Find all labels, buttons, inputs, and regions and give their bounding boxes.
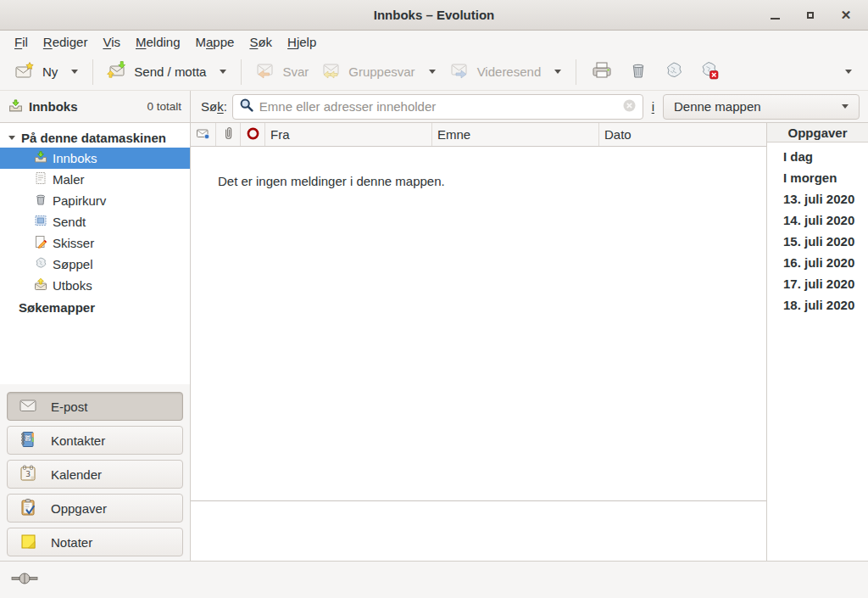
svg-text:@: @ bbox=[25, 434, 31, 441]
search-folders-label: Søkemapper bbox=[19, 300, 95, 315]
new-message-dropdown[interactable] bbox=[64, 65, 86, 78]
trash-icon bbox=[34, 193, 47, 209]
sidebar-item-maler[interactable]: Maler bbox=[0, 169, 190, 190]
search-label: Søk: bbox=[201, 99, 227, 114]
junk-icon bbox=[664, 60, 684, 83]
menu-hjelp[interactable]: Hjelp bbox=[280, 32, 324, 52]
close-button[interactable]: ✕ bbox=[839, 8, 853, 22]
outbox-icon bbox=[34, 277, 47, 293]
attachment-column-header[interactable] bbox=[216, 123, 241, 146]
menu-vis[interactable]: Vis bbox=[95, 32, 128, 52]
minimize-button[interactable] bbox=[768, 8, 782, 22]
forward-dropdown[interactable] bbox=[547, 65, 569, 78]
mail-icon bbox=[19, 396, 37, 417]
message-list-body[interactable]: Det er ingen meldinger i denne mappen. bbox=[191, 147, 766, 500]
search-row: Innboks 0 totalt Søk: i Denne mappen bbox=[0, 91, 868, 123]
not-junk-button[interactable] bbox=[692, 55, 727, 88]
sidebar-item-label: Søppel bbox=[53, 257, 93, 271]
switcher-contacts-button[interactable]: @ Kontakter bbox=[7, 426, 183, 455]
new-message-button[interactable]: Ny bbox=[8, 56, 64, 87]
switcher-tasks-button[interactable]: Oppgaver bbox=[7, 494, 183, 523]
send-receive-button[interactable]: Send / motta bbox=[100, 56, 212, 87]
reply-button[interactable]: Svar bbox=[248, 56, 314, 87]
clear-icon[interactable] bbox=[622, 98, 637, 115]
toolbar-separator bbox=[576, 59, 576, 85]
empty-folder-text: Det er ingen meldinger i denne mappen. bbox=[218, 174, 445, 188]
preview-pane[interactable] bbox=[191, 500, 766, 561]
sidebar-item-utboks[interactable]: Utboks bbox=[0, 275, 190, 296]
contacts-icon: @ bbox=[19, 430, 37, 451]
svg-text:3: 3 bbox=[25, 470, 31, 478]
search-icon bbox=[239, 98, 254, 115]
window-title: Innboks – Evolution bbox=[374, 8, 495, 22]
read-status-icon bbox=[196, 126, 210, 143]
calendar-icon: 3 bbox=[19, 464, 37, 485]
window-controls: ✕ bbox=[768, 8, 868, 22]
task-group-date[interactable]: 17. juli 2020 bbox=[767, 273, 868, 294]
task-group-today[interactable]: I dag bbox=[767, 146, 868, 167]
search-scope-value: Denne mappen bbox=[674, 99, 761, 114]
reply-icon bbox=[254, 60, 275, 83]
search-scope-dropdown[interactable]: Denne mappen bbox=[663, 94, 860, 120]
priority-column-header[interactable] bbox=[241, 123, 265, 146]
tree-root-search-folders[interactable]: Søkemapper bbox=[0, 296, 190, 318]
search-scope-connector: i bbox=[652, 99, 654, 114]
switcher-mail-button[interactable]: E-post bbox=[7, 392, 183, 421]
task-group-date[interactable]: 16. juli 2020 bbox=[767, 252, 868, 273]
read-status-column-header[interactable] bbox=[191, 123, 216, 146]
task-group-date[interactable]: 14. juli 2020 bbox=[767, 210, 868, 231]
sidebar-item-label: Sendt bbox=[53, 215, 86, 229]
tree-root-on-this-computer[interactable]: På denne datamaskinen bbox=[0, 127, 190, 148]
tasks-icon bbox=[19, 498, 37, 519]
send-receive-icon bbox=[106, 60, 126, 83]
switcher-notes-button[interactable]: Notater bbox=[7, 528, 183, 556]
sidebar-item-papirkurv[interactable]: Papirkurv bbox=[0, 190, 190, 211]
search-input[interactable] bbox=[259, 99, 617, 114]
date-column-header[interactable]: Dato bbox=[599, 123, 766, 146]
priority-icon bbox=[246, 126, 260, 143]
group-reply-dropdown[interactable] bbox=[421, 65, 443, 78]
junk-button[interactable] bbox=[656, 55, 692, 88]
group-reply-label: Gruppesvar bbox=[348, 64, 415, 79]
menu-fil[interactable]: Fil bbox=[7, 32, 36, 52]
delete-button[interactable] bbox=[620, 55, 656, 88]
titlebar[interactable]: Innboks – Evolution ✕ bbox=[0, 0, 868, 31]
sidebar-item-soppel[interactable]: Søppel bbox=[0, 254, 190, 275]
maximize-button[interactable] bbox=[804, 8, 817, 22]
menu-mappe[interactable]: Mappe bbox=[188, 32, 242, 52]
sidebar-item-label: Utboks bbox=[53, 278, 92, 293]
task-group-date[interactable]: 18. juli 2020 bbox=[767, 294, 868, 316]
online-status-icon[interactable] bbox=[11, 572, 38, 588]
toolbar-overflow-button[interactable] bbox=[837, 65, 860, 78]
attachment-icon bbox=[222, 126, 235, 143]
task-group-tomorrow[interactable]: I morgen bbox=[767, 167, 868, 188]
task-group-date[interactable]: 15. juli 2020 bbox=[767, 231, 868, 252]
sidebar-item-skisser[interactable]: Skisser bbox=[0, 232, 190, 254]
sent-icon bbox=[34, 214, 47, 230]
expander-icon[interactable] bbox=[8, 136, 15, 140]
group-reply-button[interactable]: Gruppesvar bbox=[314, 56, 420, 87]
folder-tree: På denne datamaskinen Innboks Maler Papi… bbox=[0, 123, 190, 384]
group-reply-icon bbox=[320, 60, 341, 83]
task-group-date[interactable]: 13. juli 2020 bbox=[767, 188, 868, 210]
sidebar-item-sendt[interactable]: Sendt bbox=[0, 211, 190, 232]
inbox-icon bbox=[34, 150, 47, 166]
menu-melding[interactable]: Melding bbox=[128, 32, 188, 52]
sidebar-item-innboks[interactable]: Innboks bbox=[0, 148, 190, 169]
menu-rediger[interactable]: Rediger bbox=[36, 32, 96, 52]
print-button[interactable] bbox=[583, 55, 620, 88]
menu-sok[interactable]: Søk bbox=[242, 32, 280, 52]
send-receive-dropdown[interactable] bbox=[212, 65, 234, 78]
tree-root-label: På denne datamaskinen bbox=[21, 131, 166, 145]
from-column-header[interactable]: Fra bbox=[265, 123, 432, 146]
switcher-label: Notater bbox=[51, 535, 92, 550]
switcher-calendar-button[interactable]: 3 Kalender bbox=[7, 460, 183, 489]
menubar: Fil Rediger Vis Melding Mappe Søk Hjelp bbox=[0, 31, 868, 53]
sidebar: På denne datamaskinen Innboks Maler Papi… bbox=[0, 123, 191, 561]
task-pane-header[interactable]: Oppgaver bbox=[767, 123, 868, 143]
task-list: I dag I morgen 13. juli 2020 14. juli 20… bbox=[767, 143, 868, 316]
inbox-icon bbox=[8, 98, 23, 115]
forward-button[interactable]: Videresend bbox=[443, 56, 548, 87]
component-switcher: E-post @ Kontakter 3 Kalender Oppgaver N… bbox=[0, 384, 190, 561]
subject-column-header[interactable]: Emne bbox=[432, 123, 599, 146]
